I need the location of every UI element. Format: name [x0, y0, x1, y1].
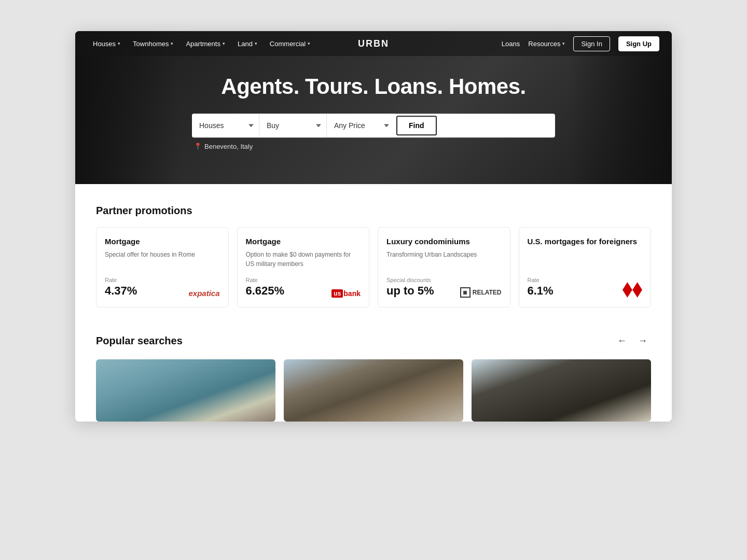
promo-bottom: Rate 6.1%: [528, 277, 643, 298]
pin-icon: 📍: [194, 143, 202, 150]
promo-card-related[interactable]: Luxury condominiums Transforming Urban L…: [378, 227, 510, 307]
promo-card-hsbc[interactable]: U.S. mortgages for foreigners Rate 6.1%: [519, 227, 652, 307]
promo-description: Special offer for houses in Rome: [105, 250, 220, 269]
property-type-select[interactable]: Houses Townhomes Apartments Land Commerc…: [192, 114, 259, 137]
popular-searches-header: Popular searches ← →: [96, 332, 651, 349]
related-logo-icon: ▣: [460, 287, 471, 298]
promo-description: [528, 250, 643, 269]
nav-item-land[interactable]: Land ▾: [232, 37, 262, 51]
promo-grid: Mortgage Special offer for houses in Rom…: [96, 227, 651, 307]
nav-item-apartments[interactable]: Apartments ▾: [181, 37, 230, 51]
action-select[interactable]: Buy Rent Sell: [259, 114, 327, 137]
usbank-logo: usbank: [331, 289, 361, 298]
browser-window: Houses ▾ Townhomes ▾ Apartments ▾ Land ▾…: [75, 31, 672, 422]
main-content: Partner promotions Mortgage Special offe…: [75, 184, 672, 422]
promo-bottom: Special discounts up to 5% ▣ RELATED: [386, 277, 502, 298]
nav-item-houses[interactable]: Houses ▾: [88, 37, 126, 51]
nav-right: Loans Resources ▾ Sign In Sign Up: [502, 36, 659, 51]
promo-type: Luxury condominiums: [386, 237, 502, 246]
promo-type: U.S. mortgages for foreigners: [528, 237, 643, 246]
chevron-down-icon: ▾: [255, 41, 257, 46]
chevron-down-icon: ▾: [308, 41, 310, 46]
popular-searches-title: Popular searches: [96, 335, 183, 347]
price-select[interactable]: Any Price Any Price < $100k $100k–$500k …: [327, 114, 394, 137]
partner-promotions-title: Partner promotions: [96, 205, 651, 217]
promo-description: Transforming Urban Landscapes: [386, 250, 502, 269]
promo-bottom: Rate 4.37% expatica: [105, 277, 220, 298]
promo-card-expatica[interactable]: Mortgage Special offer for houses in Rom…: [96, 227, 229, 307]
nav-arrows: ← →: [614, 332, 651, 349]
promo-type: Mortgage: [105, 237, 220, 246]
next-arrow-button[interactable]: →: [634, 332, 651, 349]
chevron-down-icon: ▾: [118, 41, 120, 46]
promo-rate-block: Rate 4.37%: [105, 277, 137, 298]
nav-item-commercial[interactable]: Commercial ▾: [265, 37, 315, 51]
nav-bar: Houses ▾ Townhomes ▾ Apartments ▾ Land ▾…: [75, 31, 672, 56]
chevron-down-icon: ▾: [562, 41, 565, 46]
promo-rate-block: Rate 6.1%: [528, 277, 554, 298]
hsbc-diamond-icon: [622, 282, 642, 298]
hero-section: Houses ▾ Townhomes ▾ Apartments ▾ Land ▾…: [75, 31, 672, 184]
nav-left: Houses ▾ Townhomes ▾ Apartments ▾ Land ▾…: [88, 37, 315, 51]
nav-item-townhomes[interactable]: Townhomes ▾: [128, 37, 178, 51]
search-bar: Houses Townhomes Apartments Land Commerc…: [192, 114, 555, 137]
promo-bottom: Rate 6.625% usbank: [246, 277, 361, 298]
expatica-logo: expatica: [188, 289, 219, 298]
hsbc-logo: [622, 282, 642, 298]
promo-rate-block: Rate 6.625%: [246, 277, 285, 298]
promo-type: Mortgage: [246, 237, 361, 246]
prev-arrow-button[interactable]: ←: [614, 332, 630, 349]
popular-grid: [96, 359, 651, 422]
popular-card-1[interactable]: [96, 359, 275, 422]
find-button[interactable]: Find: [396, 116, 437, 135]
related-logo: ▣ RELATED: [460, 287, 502, 298]
promo-description: Option to make $0 down payments for US m…: [246, 250, 361, 269]
signin-button[interactable]: Sign In: [573, 36, 610, 51]
popular-card-2[interactable]: [284, 359, 463, 422]
hero-content: Agents. Tours. Loans. Homes. Houses Town…: [192, 74, 555, 150]
nav-item-loans[interactable]: Loans: [502, 40, 520, 48]
location-hint: 📍 Benevento, Italy: [192, 143, 555, 150]
chevron-down-icon: ▾: [223, 41, 225, 46]
hero-headline: Agents. Tours. Loans. Homes.: [192, 74, 555, 99]
promo-rate-block: Special discounts up to 5%: [386, 277, 434, 298]
signup-button[interactable]: Sign Up: [618, 36, 659, 51]
nav-logo[interactable]: URBN: [358, 38, 389, 49]
promo-card-usbank[interactable]: Mortgage Option to make $0 down payments…: [237, 227, 370, 307]
popular-card-3[interactable]: [472, 359, 651, 422]
chevron-down-icon: ▾: [171, 41, 173, 46]
nav-item-resources[interactable]: Resources ▾: [528, 40, 565, 48]
